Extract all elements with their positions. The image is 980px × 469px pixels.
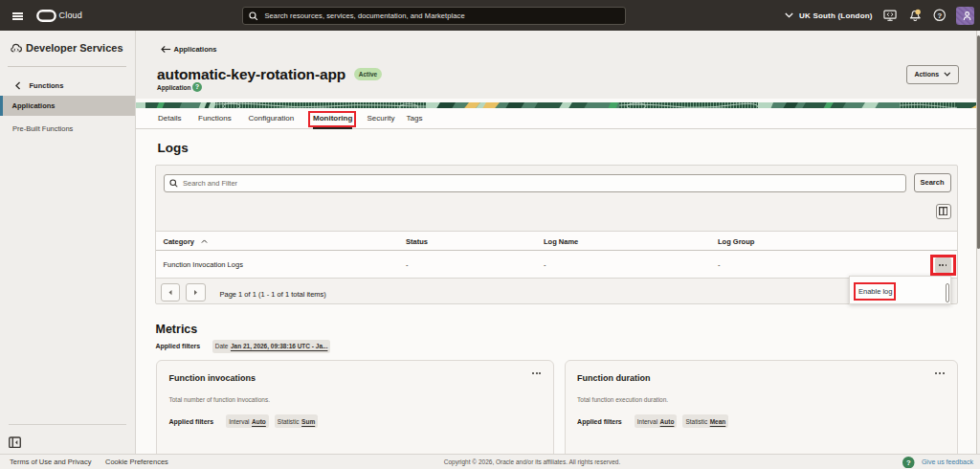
card-menu-button[interactable] bbox=[532, 372, 542, 374]
status-badge: Active bbox=[354, 68, 382, 80]
menu-item-enable-log[interactable]: Enable log bbox=[856, 287, 892, 296]
logs-filter-input[interactable]: Search and Filter bbox=[164, 174, 906, 192]
statistic-filter-pill[interactable]: Statistic Mean bbox=[682, 414, 728, 428]
logs-table-header: Category Status Log Name Log Group bbox=[156, 232, 957, 252]
region-selector[interactable]: UK South (London) bbox=[785, 0, 873, 31]
column-log-group[interactable]: Log Group bbox=[718, 237, 754, 246]
cell-log-group: - bbox=[718, 260, 721, 269]
card-menu-button[interactable] bbox=[935, 372, 945, 374]
sidebar-item-pre-built-functions[interactable]: Pre-Built Functions bbox=[0, 119, 135, 139]
filter-value: Sum bbox=[301, 418, 315, 425]
filter-value: Auto bbox=[252, 418, 266, 425]
manage-columns-button[interactable] bbox=[936, 204, 951, 219]
tab-details[interactable]: Details bbox=[158, 108, 181, 129]
global-search-input[interactable]: Search resources, services, documentatio… bbox=[242, 7, 626, 25]
card-description: Total function execution duration. bbox=[577, 396, 668, 403]
announcements-bell-icon bbox=[908, 9, 923, 22]
feedback-help-icon[interactable]: ? bbox=[902, 457, 915, 469]
logs-heading: Logs bbox=[158, 142, 189, 155]
sidebar-back-label: Functions bbox=[30, 81, 64, 90]
search-icon bbox=[249, 11, 258, 21]
search-icon bbox=[169, 179, 178, 188]
applied-filters-label: Applied filters bbox=[156, 343, 201, 349]
column-category[interactable]: Category bbox=[164, 237, 209, 246]
cell-log-name: - bbox=[544, 260, 546, 269]
menu-scrollbar[interactable] bbox=[946, 283, 949, 302]
filter-prefix: Statistic bbox=[685, 418, 707, 425]
annotation-box-row-actions bbox=[930, 255, 957, 276]
page-scrollbar[interactable] bbox=[976, 31, 980, 454]
filter-prefix: Statistic bbox=[278, 418, 300, 425]
metric-card-function-duration: Function duration Total function executi… bbox=[565, 360, 958, 454]
card-applied-filters-row: Applied filters Interval Auto Statistic … bbox=[577, 414, 728, 428]
sidebar-item-label: Pre-Built Functions bbox=[12, 124, 73, 133]
title-row: automatic-key-rotation-app Active bbox=[157, 67, 382, 81]
sidebar-item-label: Applications bbox=[12, 101, 56, 110]
sidebar-heading-label: Developer Services bbox=[26, 42, 123, 54]
next-page-button[interactable] bbox=[186, 283, 206, 302]
collapse-sidebar-icon bbox=[9, 436, 21, 449]
filter-prefix: Date bbox=[215, 343, 229, 349]
annotation-box-enable-log: Enable log bbox=[854, 282, 896, 302]
chevron-left-icon bbox=[15, 81, 21, 90]
applied-filters-label: Applied filters bbox=[169, 418, 214, 425]
main-content: Applications automatic-key-rotation-app … bbox=[136, 31, 980, 454]
decorative-banner bbox=[136, 99, 976, 108]
tab-configuration[interactable]: Configuration bbox=[249, 108, 295, 129]
cloud-shell-button[interactable] bbox=[879, 0, 902, 31]
metric-card-function-invocations: Function invocations Total number of fun… bbox=[156, 360, 554, 454]
footer: Terms of Use and Privacy Cookie Preferen… bbox=[0, 454, 980, 469]
feedback-link[interactable]: Give us feedback bbox=[922, 458, 973, 465]
oracle-cloud-logo[interactable]: Cloud bbox=[36, 0, 82, 31]
statistic-filter-pill[interactable]: Statistic Sum bbox=[275, 414, 318, 428]
pagination: Page 1 of 1 (1 - 1 of 1 total items) bbox=[156, 278, 957, 303]
interval-filter-pill[interactable]: Interval Auto bbox=[635, 414, 678, 428]
filter-prefix: Interval bbox=[637, 418, 657, 425]
sidebar-back-functions[interactable]: Functions bbox=[15, 79, 63, 92]
user-avatar[interactable] bbox=[956, 7, 974, 25]
tab-bar: Details Functions Configuration Monitori… bbox=[136, 108, 976, 129]
sidebar: Developer Services Functions Application… bbox=[0, 31, 136, 454]
collapse-sidebar-button[interactable] bbox=[9, 435, 21, 447]
column-log-name[interactable]: Log Name bbox=[544, 237, 578, 246]
page-header: Applications automatic-key-rotation-app … bbox=[136, 31, 980, 99]
announcement-badge bbox=[915, 10, 920, 14]
sidebar-item-applications[interactable]: Applications bbox=[0, 96, 135, 116]
interval-filter-pill[interactable]: Interval Auto bbox=[226, 414, 269, 428]
breadcrumb[interactable]: Applications bbox=[161, 45, 217, 54]
logs-panel: Search and Filter Search Category Status bbox=[155, 165, 958, 304]
prev-page-button[interactable] bbox=[161, 283, 181, 302]
sidebar-bottom-divider bbox=[9, 424, 126, 425]
back-arrow-icon bbox=[161, 45, 171, 54]
menu-hamburger-icon[interactable] bbox=[12, 12, 23, 20]
page-body: Logs Search and Filter Search Category bbox=[136, 129, 980, 454]
applied-filters-label: Applied filters bbox=[577, 418, 622, 425]
developer-services-icon bbox=[11, 43, 23, 54]
help-button[interactable]: ? bbox=[928, 0, 951, 31]
copyright-text: Copyright © 2026, Oracle and/or its affi… bbox=[84, 458, 980, 465]
actions-button[interactable]: Actions bbox=[906, 65, 959, 84]
svg-text:?: ? bbox=[195, 83, 199, 90]
help-icon: ? bbox=[933, 9, 947, 22]
terms-link[interactable]: Terms of Use and Privacy bbox=[10, 458, 91, 466]
columns-icon bbox=[939, 207, 948, 216]
sidebar-heading: Developer Services bbox=[11, 42, 123, 54]
tab-monitoring[interactable]: Monitoring bbox=[313, 108, 352, 129]
metrics-heading: Metrics bbox=[156, 324, 198, 336]
announcements-button[interactable] bbox=[903, 0, 926, 31]
card-applied-filters-row: Applied filters Interval Auto Statistic … bbox=[169, 414, 319, 428]
logs-search-button[interactable]: Search bbox=[914, 173, 951, 192]
date-filter-pill[interactable]: Date Jan 21, 2026, 09:38:16 UTC - Ja... bbox=[212, 340, 331, 353]
tab-functions[interactable]: Functions bbox=[198, 108, 232, 129]
row-actions-button[interactable] bbox=[935, 257, 951, 273]
metrics-applied-filters-row: Applied filters Date Jan 21, 2026, 09:38… bbox=[156, 340, 331, 353]
next-page-icon bbox=[193, 289, 199, 296]
cloud-shell-icon bbox=[883, 10, 897, 22]
subtitle-row: Application ? bbox=[157, 82, 202, 92]
column-status[interactable]: Status bbox=[406, 237, 428, 246]
tab-tags[interactable]: Tags bbox=[407, 108, 423, 129]
table-row: Function Invocation Logs - - - bbox=[156, 251, 957, 279]
help-green-icon[interactable]: ? bbox=[192, 82, 202, 92]
sort-asc-icon bbox=[201, 239, 208, 244]
tab-security[interactable]: Security bbox=[368, 108, 395, 129]
